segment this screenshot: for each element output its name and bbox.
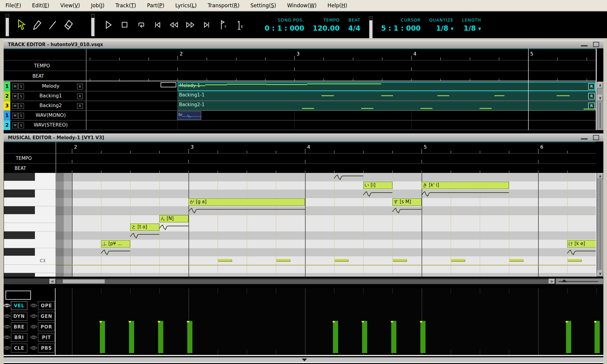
note-k'i[interactable]: き [k' i]	[422, 182, 509, 189]
stop-button[interactable]	[117, 15, 133, 35]
skip-start-button[interactable]	[149, 15, 166, 35]
zoom-slider[interactable]	[556, 278, 603, 284]
eye-visibility-icon[interactable]	[30, 345, 38, 351]
mute-button[interactable]: M	[12, 113, 18, 119]
track-row[interactable]: 2MSWAV(STEREO)	[4, 120, 596, 130]
scroll-up-icon[interactable]: ∧	[597, 173, 603, 179]
black-key-as3[interactable]	[4, 173, 35, 181]
scroll-right-icon[interactable]: >	[549, 279, 555, 284]
solo-button[interactable]: S	[18, 123, 24, 128]
param-button-cle[interactable]: CLE	[11, 344, 27, 352]
render-button[interactable]: R	[77, 84, 83, 89]
fast-forward-button[interactable]	[182, 15, 198, 35]
marker-start-button[interactable]: s	[215, 15, 231, 35]
track-name[interactable]: Backing2	[26, 103, 75, 108]
scroll-thumb[interactable]	[63, 279, 105, 283]
piano-roll-grid[interactable]: ふ [p¥ …と [t o]ん [N]が [g a]い [i]す [s M]き …	[56, 173, 596, 277]
menu-item-transport[interactable]: Transport(R)	[202, 0, 245, 11]
note-i[interactable]: い [i]	[363, 182, 392, 189]
scroll-left-icon[interactable]: <	[49, 279, 56, 284]
param-button-gen[interactable]: GEN	[38, 312, 55, 321]
track-name[interactable]: WAV(STEREO)	[26, 122, 75, 128]
menu-item-lyrics[interactable]: Lyrics(L)	[170, 0, 202, 11]
track-row[interactable]: 1MSWAV(MONO)br	[4, 111, 596, 120]
note-ga[interactable]: が [g a]	[188, 198, 305, 206]
eye-visibility-icon[interactable]	[3, 324, 11, 329]
menu-item-setting[interactable]: Setting(S)	[245, 0, 282, 11]
eraser-tool[interactable]	[61, 15, 76, 35]
part-render-badge[interactable]: R	[588, 83, 595, 90]
track-name[interactable]: WAV(MONO)	[26, 112, 75, 118]
param-button-bri[interactable]: BRI	[11, 333, 27, 342]
skip-end-button[interactable]	[198, 15, 215, 35]
param-button-ope[interactable]: OPE	[38, 301, 55, 310]
maximize-icon[interactable]	[593, 135, 599, 140]
menu-item-file[interactable]: File(F)	[0, 0, 27, 11]
part-melody-1[interactable]: Melody-1	[178, 82, 596, 91]
eye-visibility-icon[interactable]	[30, 303, 38, 308]
mute-button[interactable]: M	[12, 93, 18, 99]
track-row[interactable]: 2MSBacking1RBacking1-1R	[4, 91, 596, 101]
part-backing1-1[interactable]: Backing1-1	[178, 92, 596, 101]
velocity-bar[interactable]	[362, 321, 367, 353]
note-p¥[interactable]: ふ [p¥ …	[101, 240, 130, 248]
note-N[interactable]: ん [N]	[159, 215, 188, 222]
velocity-bar[interactable]	[420, 321, 426, 353]
musical-editor-titlebar[interactable]: MUSICAL EDITOR - Melody-1 [VY1 V3]	[4, 133, 603, 142]
mute-button[interactable]: M	[12, 84, 18, 89]
collapse-arrow-icon[interactable]	[302, 359, 307, 361]
minimize-icon[interactable]	[581, 45, 588, 46]
param-button-dyn[interactable]: DYN	[11, 312, 27, 321]
bottom-splitter[interactable]	[4, 357, 603, 362]
velocity-bar[interactable]	[158, 321, 163, 353]
eye-visibility-icon[interactable]	[3, 335, 11, 340]
eye-visibility-icon[interactable]	[3, 313, 11, 319]
minimize-icon[interactable]	[581, 138, 588, 140]
render-button[interactable]: R	[77, 93, 83, 99]
render-button[interactable]: R	[77, 103, 83, 109]
zoom-slider-handle[interactable]	[561, 279, 567, 282]
black-key-gs3[interactable]	[4, 190, 35, 198]
scroll-track[interactable]	[56, 279, 549, 284]
track-editor-titlebar[interactable]: TRACK EDITOR - hutontoV3_010.vsqx	[4, 40, 603, 49]
velocity-bar[interactable]	[333, 321, 338, 353]
velocity-bar[interactable]	[187, 321, 192, 353]
black-key-fs3[interactable]	[4, 206, 35, 215]
toolbar-handle[interactable]	[369, 16, 373, 39]
note-sM[interactable]: す [s M]	[392, 198, 422, 206]
scroll-down-icon[interactable]: ∨	[597, 271, 603, 276]
velocity-bar[interactable]	[100, 321, 105, 353]
param-button-pit[interactable]: PIT	[38, 333, 55, 342]
line-tool[interactable]	[45, 15, 61, 35]
musical-vscrollbar[interactable]: ∧∨	[597, 173, 603, 277]
note-ke[interactable]: け [k e]	[567, 240, 596, 248]
pointer-tool-selected[interactable]	[13, 15, 29, 35]
eye-visibility-icon[interactable]	[30, 335, 38, 340]
mute-button[interactable]: M	[12, 103, 18, 109]
menu-item-part[interactable]: Part(P)	[141, 0, 170, 11]
eye-visibility-icon[interactable]	[3, 303, 11, 308]
velocity-bar[interactable]	[566, 321, 571, 353]
note-to[interactable]: と [t o]	[130, 224, 159, 231]
velocity-bar[interactable]	[391, 321, 396, 353]
part-render-badge[interactable]: R	[588, 93, 595, 99]
black-key-cs3[interactable]	[4, 248, 35, 257]
track-row[interactable]: 1MSMelodyRMelody-1R	[4, 82, 596, 91]
param-button-por[interactable]: POR	[38, 322, 55, 331]
scroll-down-icon[interactable]: ∨	[597, 95, 603, 101]
maximize-icon[interactable]	[593, 42, 599, 47]
toolbar-handle[interactable]	[5, 14, 9, 36]
eye-visibility-icon[interactable]	[30, 313, 38, 319]
menu-item-help[interactable]: Help(H)	[322, 0, 353, 11]
menu-item-job[interactable]: Job(J)	[86, 0, 110, 11]
marker-end-button[interactable]: E	[231, 15, 248, 35]
black-key-ds3[interactable]	[4, 231, 35, 240]
loop-button[interactable]	[133, 15, 149, 35]
eye-visibility-icon[interactable]	[30, 324, 38, 329]
param-button-vel[interactable]: VEL	[11, 301, 27, 310]
solo-button[interactable]: S	[18, 113, 24, 119]
track-vscrollbar[interactable]: ∧∨	[597, 82, 603, 130]
part-backing2-1[interactable]: Backing2-1	[178, 101, 596, 110]
menu-item-edit[interactable]: Edit(E)	[27, 0, 55, 11]
param-button-pbs[interactable]: PBS	[38, 344, 55, 352]
